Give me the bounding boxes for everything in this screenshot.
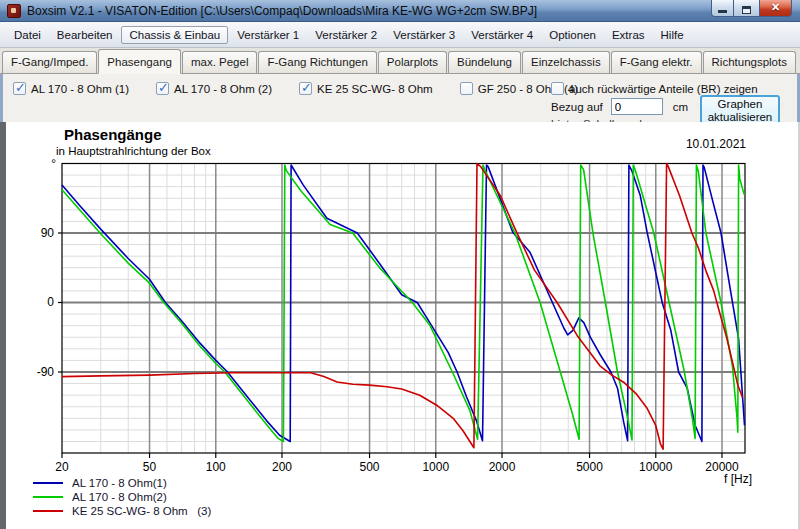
- menu-item-hilfe[interactable]: Hilfe: [653, 26, 692, 44]
- minimize-button[interactable]: [711, 0, 734, 17]
- phase-plot: 20501002005001000200050001000020000900-9…: [0, 122, 800, 529]
- update-graphs-button[interactable]: Graphen aktualisieren: [700, 95, 780, 122]
- checkbox-label: AL 170 - 8 Ohm (1): [31, 83, 129, 95]
- y-tick-label: 0: [47, 295, 54, 309]
- window-controls: ✕: [711, 0, 792, 17]
- tab-polarplots[interactable]: Polarplots: [378, 51, 447, 73]
- menu-item-verst-rker-3[interactable]: Verstärker 3: [385, 26, 463, 44]
- axis-labels: 20501002005001000200050001000020000900-9…: [37, 157, 752, 487]
- x-tick-label: 100: [206, 460, 226, 474]
- grid-major-vertical: [150, 164, 722, 454]
- tab-b-ndelung[interactable]: Bündelung: [448, 51, 521, 73]
- control-panel: AL 170 - 8 Ohm (1)AL 170 - 8 Ohm (2)KE 2…: [0, 74, 800, 122]
- checkbox-al-170-8-ohm-2[interactable]: AL 170 - 8 Ohm (2): [156, 82, 272, 95]
- x-tick-label: 20: [55, 460, 69, 474]
- menu-item-chassis-einbau[interactable]: Chassis & Einbau: [121, 26, 228, 44]
- checkbox-checked-icon[interactable]: [156, 82, 169, 95]
- checkbox-unchecked-icon[interactable]: [460, 82, 473, 95]
- x-tick-label: 10000: [639, 460, 673, 474]
- x-tick-label: 500: [360, 460, 380, 474]
- x-axis-label: f [Hz]: [724, 472, 752, 486]
- legend-line-swatch: [33, 510, 63, 512]
- y-tick-label: -90: [37, 365, 55, 379]
- minimize-icon: [718, 10, 727, 13]
- checkbox-unchecked-icon[interactable]: [551, 82, 564, 95]
- legend: AL 170 - 8 Ohm(1)AL 170 - 8 Ohm(2)KE 25 …: [33, 476, 211, 518]
- legend-label: KE 25 SC-WG- 8 Ohm (3): [72, 505, 211, 517]
- tab-richtungsplots[interactable]: Richtungsplots: [703, 51, 796, 73]
- legend-item-al-170-8-ohm-1: AL 170 - 8 Ohm(1): [33, 476, 211, 490]
- x-tick-label: 1000: [422, 460, 449, 474]
- tab-einzelchassis[interactable]: Einzelchassis: [522, 51, 610, 73]
- legend-item-ke-25-sc-wg-8-ohm-3: KE 25 SC-WG- 8 Ohm (3): [33, 504, 211, 518]
- tab-strip: F-Gang/Imped.Phasengangmax. PegelF-Gang …: [0, 48, 800, 74]
- legend-label: AL 170 - 8 Ohm(2): [72, 491, 167, 503]
- reference-distance-group: Bezug aufcm: [551, 98, 688, 115]
- menu-bar: DateiBearbeitenChassis & EinbauVerstärke…: [0, 22, 800, 48]
- window-title: Boxsim V2.1 - VISATON-Edition [C:\Users\…: [27, 4, 711, 18]
- menu-item-bearbeiten[interactable]: Bearbeiten: [49, 26, 121, 44]
- tab-f-gang-elektr[interactable]: F-Gang elektr.: [611, 51, 702, 73]
- menu-item-verst-rker-1[interactable]: Verstärker 1: [229, 26, 307, 44]
- app-icon: [7, 4, 21, 18]
- rear-output-checkbox-slot: auch rückwärtige Anteile (BR) zeigen: [551, 82, 758, 95]
- bezug-label: Bezug auf: [551, 101, 603, 113]
- y-axis-unit: °: [51, 157, 56, 171]
- x-tick-label: 50: [143, 460, 157, 474]
- legend-item-al-170-8-ohm-2: AL 170 - 8 Ohm(2): [33, 490, 211, 504]
- x-tick-label: 5000: [576, 460, 603, 474]
- legend-label: AL 170 - 8 Ohm(1): [72, 477, 167, 489]
- x-tick-label: 200: [272, 460, 292, 474]
- driver-checkbox-row: AL 170 - 8 Ohm (1)AL 170 - 8 Ohm (2)KE 2…: [13, 82, 578, 95]
- maximize-icon: [742, 6, 751, 14]
- maximize-button[interactable]: [734, 0, 759, 17]
- app-window: Boxsim V2.1 - VISATON-Edition [C:\Users\…: [0, 0, 800, 529]
- legend-line-swatch: [33, 482, 63, 484]
- checkbox-auch-r-ckw-rtige-anteile-br-zeigen[interactable]: auch rückwärtige Anteile (BR) zeigen: [551, 82, 758, 95]
- checkbox-label: AL 170 - 8 Ohm (2): [174, 83, 272, 95]
- close-button[interactable]: ✕: [759, 0, 792, 17]
- menu-item-extras[interactable]: Extras: [604, 26, 653, 44]
- checkbox-al-170-8-ohm-1[interactable]: AL 170 - 8 Ohm (1): [13, 82, 129, 95]
- chart-panel: Phasengänge in Hauptstrahlrichtung der B…: [0, 122, 800, 529]
- menu-item-verst-rker-4[interactable]: Verstärker 4: [463, 26, 541, 44]
- menu-item-datei[interactable]: Datei: [6, 26, 49, 44]
- tab-f-gang-richtungen[interactable]: F-Gang Richtungen: [258, 51, 376, 73]
- tab-f-gang-imped[interactable]: F-Gang/Imped.: [2, 51, 97, 73]
- checkbox-ke-25-sc-wg-8-ohm[interactable]: KE 25 SC-WG- 8 Ohm: [299, 82, 433, 95]
- x-tick-label: 2000: [489, 460, 516, 474]
- checkbox-checked-icon[interactable]: [299, 82, 312, 95]
- tab-max-pegel[interactable]: max. Pegel: [182, 51, 258, 73]
- legend-line-swatch: [33, 496, 63, 498]
- checkbox-label: auch rückwärtige Anteile (BR) zeigen: [569, 83, 758, 95]
- checkbox-label: KE 25 SC-WG- 8 Ohm: [317, 83, 433, 95]
- menu-item-verst-rker-2[interactable]: Verstärker 2: [307, 26, 385, 44]
- tab-phasengang[interactable]: Phasengang: [98, 49, 181, 74]
- y-tick-label: 90: [41, 226, 55, 240]
- checkbox-checked-icon[interactable]: [13, 82, 26, 95]
- axis-ticks: [58, 233, 722, 458]
- menu-item-optionen[interactable]: Optionen: [541, 26, 604, 44]
- title-bar: Boxsim V2.1 - VISATON-Edition [C:\Users\…: [0, 0, 800, 22]
- bezug-input[interactable]: [611, 98, 663, 115]
- bezug-unit-label: cm: [673, 101, 688, 113]
